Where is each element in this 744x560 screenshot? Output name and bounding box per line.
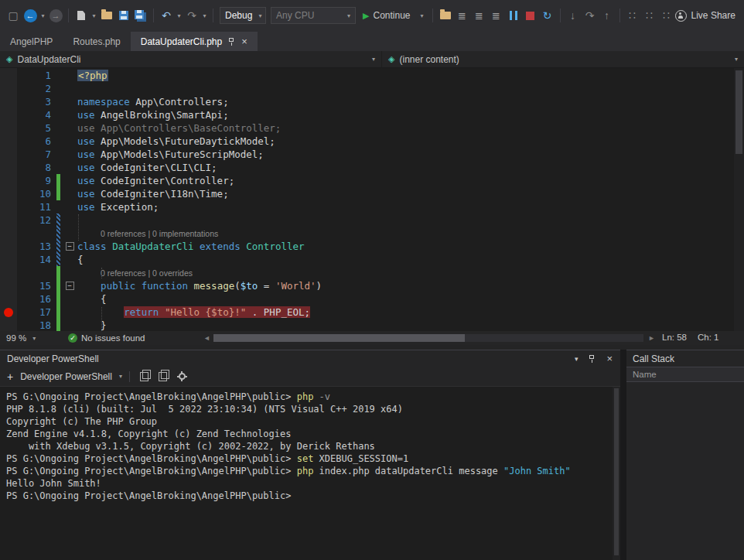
undo-icon[interactable]: ↶ — [159, 6, 174, 25]
navigate-backward-dropdown[interactable]: ▾ — [39, 6, 46, 25]
code-line[interactable]: 11use Exception; — [0, 200, 744, 213]
codelens-text[interactable]: 0 references | 0 implementations — [101, 229, 218, 238]
gear-icon[interactable] — [179, 373, 186, 380]
pin-icon[interactable] — [227, 37, 236, 46]
codelens-text[interactable]: 0 references | 0 overrides — [101, 268, 193, 278]
platform-select[interactable]: Any CPU▾ — [271, 7, 356, 24]
breakpoint-margin[interactable] — [0, 108, 17, 121]
chevron-down-icon[interactable]: ▾ — [575, 355, 578, 363]
breakpoint-margin[interactable] — [0, 121, 17, 135]
terminal-output[interactable]: PS G:\Ongoing Project\AngelBroking\Angel… — [0, 387, 620, 502]
code-line[interactable]: 12 — [0, 213, 744, 227]
restart-icon[interactable]: ↻ — [540, 6, 555, 25]
breakpoint-margin[interactable] — [0, 266, 17, 279]
step-into-icon[interactable]: ↓ — [565, 6, 581, 25]
breakpoint-margin[interactable] — [0, 279, 17, 292]
code-line[interactable]: 16 { — [0, 292, 744, 306]
scroll-left-arrow[interactable]: ◄ — [203, 334, 210, 342]
memory-window-icon[interactable]: ∷ — [642, 6, 657, 25]
breakpoint-margin[interactable] — [0, 200, 17, 213]
breakpoints-window-icon[interactable]: ∷ — [625, 6, 640, 25]
new-terminal-button[interactable]: + — [7, 370, 13, 383]
new-file-dropdown[interactable]: ▾ — [90, 6, 97, 25]
open-file-icon[interactable] — [99, 6, 114, 25]
vertical-splitter[interactable] — [620, 350, 626, 560]
save-icon[interactable] — [116, 6, 131, 25]
horizontal-scrollbar[interactable] — [213, 334, 643, 342]
breakpoint-margin[interactable] — [0, 227, 17, 240]
code-line[interactable]: 13−class DataUpdaterCli extends Controll… — [0, 240, 744, 253]
breakpoint-margin[interactable] — [0, 135, 17, 148]
active-document-folder-icon[interactable] — [438, 6, 453, 25]
code-line[interactable]: 10use CodeIgniter\I18n\Time; — [0, 187, 744, 200]
step-out-icon[interactable]: ↑ — [599, 6, 615, 25]
navigate-backward-icon[interactable]: ← — [22, 6, 38, 25]
breakpoint-margin[interactable] — [0, 306, 17, 319]
continue-button[interactable]: ▶Continue▾ — [358, 6, 428, 25]
copy-icon[interactable] — [159, 372, 167, 381]
collapse-icon[interactable]: − — [66, 242, 74, 251]
code-line[interactable]: 2 — [0, 82, 744, 95]
breakpoint-margin[interactable] — [0, 292, 17, 306]
select-window-icon[interactable]: ▢ — [5, 6, 21, 25]
stop-debugging-icon[interactable] — [523, 6, 538, 25]
tab-angelphp[interactable]: AngelPHP — [0, 32, 63, 51]
member-dropdown[interactable]: ◈ (inner content) ▾ — [382, 51, 744, 67]
code-line[interactable]: 17 return "Hello {$to}!" . PHP_EOL; — [0, 306, 744, 319]
code-line[interactable]: 4use AngelBroking\SmartApi; — [0, 108, 744, 121]
breakpoint-margin[interactable] — [0, 95, 17, 108]
code-line[interactable]: 7use App\Models\FutureScripModel; — [0, 148, 744, 161]
issues-indicator[interactable]: ✓ No issues found — [68, 331, 145, 345]
code-line[interactable]: 8use CodeIgniter\CLI\CLI; — [0, 161, 744, 174]
breakpoint-margin[interactable] — [0, 187, 17, 200]
codelens-row[interactable]: 0 references | 0 overrides — [0, 266, 744, 279]
breakpoint-margin[interactable] — [0, 161, 17, 174]
redo-icon[interactable]: ↷ — [184, 6, 200, 25]
codelens-row[interactable]: 0 references | 0 implementations — [0, 227, 744, 240]
terminal-scrollbar[interactable] — [613, 387, 620, 560]
navigate-forward-icon[interactable]: → — [48, 6, 63, 25]
scrollbar-thumb[interactable] — [614, 388, 619, 555]
class-view-icon[interactable]: ≣ — [472, 6, 487, 25]
breakpoint-margin[interactable] — [0, 240, 17, 253]
scrollbar-thumb[interactable] — [213, 334, 465, 342]
terminal-tab-label[interactable]: Developer PowerShell — [20, 371, 112, 382]
pin-icon[interactable] — [588, 354, 596, 364]
debug-configuration-select[interactable]: Debug▾ — [220, 7, 266, 24]
breakpoint-margin[interactable] — [0, 319, 17, 331]
scrollbar-thumb[interactable] — [735, 70, 742, 154]
breakpoint-margin[interactable] — [0, 148, 17, 161]
split-terminal-icon[interactable] — [140, 372, 148, 381]
code-line[interactable]: 6use App\Models\FutureDaytickModel; — [0, 135, 744, 148]
property-list-icon[interactable]: ≣ — [489, 6, 504, 25]
code-line[interactable]: 18 } — [0, 319, 744, 331]
breakpoint-margin[interactable] — [0, 213, 17, 227]
break-all-icon[interactable] — [506, 6, 521, 25]
breakpoint-margin[interactable] — [0, 82, 17, 95]
step-over-icon[interactable]: ↷ — [582, 6, 598, 25]
code-line[interactable]: 14{ — [0, 253, 744, 266]
code-line[interactable]: 9use CodeIgniter\Controller; — [0, 174, 744, 187]
solution-explorer-icon[interactable]: ≣ — [455, 6, 470, 25]
code-line[interactable]: 1<?php — [0, 69, 744, 82]
undo-dropdown[interactable]: ▾ — [176, 6, 183, 25]
breakpoint-margin[interactable] — [0, 174, 17, 187]
breakpoint-margin[interactable] — [0, 253, 17, 266]
close-icon[interactable]: × — [241, 36, 247, 46]
breakpoint-margin[interactable] — [0, 69, 17, 82]
zoom-select[interactable]: 99 % ▾ — [6, 331, 36, 345]
code-editor[interactable]: 1<?php23namespace App\Controllers;4use A… — [0, 68, 744, 331]
code-line[interactable]: 5use App\Controllers\BaseController; — [0, 121, 744, 135]
code-line[interactable]: 15− public function message($to = 'World… — [0, 279, 744, 292]
collapse-icon[interactable]: − — [66, 282, 74, 290]
redo-dropdown[interactable]: ▾ — [201, 6, 208, 25]
close-icon[interactable]: × — [606, 353, 613, 364]
tab-dataupdatercli-php[interactable]: DataUpdaterCli.php× — [131, 32, 258, 51]
breakpoint-icon[interactable] — [4, 308, 13, 317]
chevron-down-icon[interactable]: ▾ — [119, 373, 122, 380]
editor-vertical-scrollbar[interactable] — [734, 68, 744, 331]
code-line[interactable]: 3namespace App\Controllers; — [0, 95, 744, 108]
type-dropdown[interactable]: ◈ DataUpdaterCli ▾ — [0, 51, 382, 67]
new-file-icon[interactable] — [73, 6, 89, 25]
tab-routes-php[interactable]: Routes.php — [63, 32, 130, 51]
